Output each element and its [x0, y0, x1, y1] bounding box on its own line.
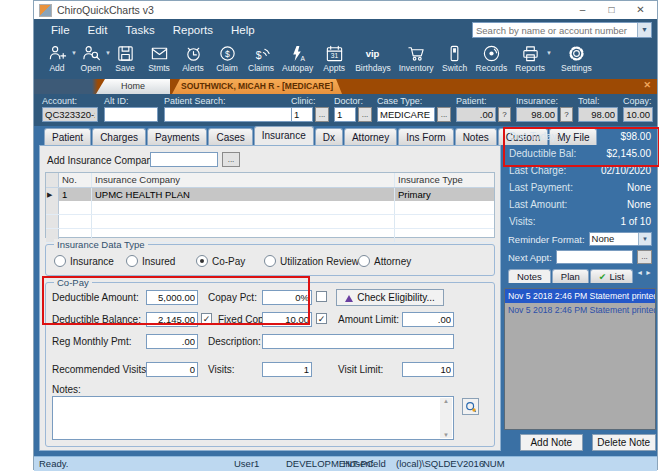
notes-history-button[interactable]: [462, 398, 479, 415]
close-button[interactable]: ✕: [626, 1, 655, 19]
case-type-label: Case Type:: [377, 96, 451, 107]
last-payment-row: Last Payment:None: [504, 179, 656, 196]
description-field[interactable]: [262, 334, 454, 349]
chevron-down-icon[interactable]: ▼: [637, 23, 651, 37]
toolbar-save-button[interactable]: Save: [108, 43, 142, 73]
toolbar-open-button[interactable]: Open ▼: [74, 43, 108, 73]
doctor-browse-button[interactable]: ...: [358, 107, 372, 122]
reg-monthly-pmt-field[interactable]: [146, 334, 198, 349]
document-tab-strip: Home SOUTHWICK, MICAH R - [MEDICARE] ✕: [34, 79, 657, 94]
toolbar-add-button[interactable]: Add ▼: [40, 43, 74, 73]
list-item[interactable]: Nov 5 2018 2:46 PM Statement printed.: [505, 289, 655, 303]
maximize-button[interactable]: □: [597, 1, 626, 19]
case-type-field[interactable]: [377, 107, 435, 122]
tab-cases[interactable]: Cases: [208, 128, 252, 145]
tab-payments[interactable]: Payments: [147, 128, 207, 145]
menu-reports[interactable]: Reports: [164, 24, 222, 36]
toolbar-records-button[interactable]: Records: [472, 43, 512, 73]
clinic-browse-button[interactable]: ...: [315, 107, 329, 122]
tab-scroll-arrows[interactable]: ◄►: [636, 269, 654, 276]
col-insurance-company[interactable]: Insurance Company: [92, 173, 395, 187]
amount-limit-field[interactable]: [402, 312, 454, 327]
recommended-visits-label: Recommended Visits:: [52, 364, 149, 375]
recommended-visits-field[interactable]: [146, 362, 198, 377]
tab-notes[interactable]: Notes: [455, 128, 497, 145]
menu-help[interactable]: Help: [222, 24, 264, 36]
tab-notes-right[interactable]: Notes: [508, 269, 551, 283]
reminder-format-select[interactable]: None ▼: [589, 232, 652, 246]
add-insurance-company-browse-button[interactable]: ...: [222, 152, 240, 167]
scroll-down-icon[interactable]: ▼: [443, 432, 449, 438]
insurance-balance-field[interactable]: [516, 107, 558, 122]
radio-attorney[interactable]: Attorney: [358, 255, 411, 267]
table-row[interactable]: ▶ 1 UPMC HEALTH PLAN Primary: [46, 188, 494, 201]
chevron-down-icon[interactable]: ▼: [638, 233, 651, 245]
case-type-browse-button[interactable]: ...: [437, 107, 451, 122]
add-note-button[interactable]: Add Note: [520, 434, 583, 451]
tab-insurance[interactable]: Insurance: [254, 126, 314, 145]
patient-search-field[interactable]: [164, 107, 294, 122]
tab-charges[interactable]: Charges: [92, 128, 146, 145]
dropdown-caret-icon[interactable]: ▼: [546, 50, 552, 56]
next-appt-field[interactable]: [556, 250, 633, 264]
toolbar-claim-button[interactable]: $ Claim: [210, 43, 244, 73]
fixed-copay-checkbox[interactable]: [316, 313, 327, 324]
notes-buttons: Add Note Delete Note: [504, 434, 656, 451]
doctor-field[interactable]: [334, 107, 356, 122]
visits-field[interactable]: [262, 362, 312, 377]
radio-insurance[interactable]: Insurance: [54, 255, 114, 267]
scroll-up-icon[interactable]: ▲: [443, 398, 449, 404]
menu-file[interactable]: File: [42, 24, 79, 36]
table-row-empty[interactable]: [46, 201, 494, 215]
insurance-balance-help-button[interactable]: ?: [560, 107, 573, 122]
tab-active-patient[interactable]: SOUTHWICK, MICAH R - [MEDICARE]: [172, 79, 342, 94]
total-balance-field[interactable]: [578, 107, 618, 122]
account-field[interactable]: [42, 107, 98, 122]
minimize-button[interactable]: –: [568, 1, 597, 19]
tab-ins-form[interactable]: Ins Form: [398, 128, 453, 145]
patient-balance-field[interactable]: [456, 107, 496, 122]
table-row-empty[interactable]: [46, 215, 494, 229]
toolbar-stmts-button[interactable]: Stmts: [142, 43, 176, 73]
toolbar-alerts-button[interactable]: Alerts: [176, 43, 210, 73]
check-eligibility-button[interactable]: Check Eligibility...: [336, 289, 444, 306]
menu-edit[interactable]: Edit: [79, 24, 117, 36]
toolbar-birthdays-button[interactable]: vip Birthdays: [351, 43, 394, 73]
tab-list[interactable]: ✔List: [590, 269, 633, 283]
add-insurance-company-field[interactable]: [150, 152, 218, 167]
close-tab-icon[interactable]: ✕: [643, 80, 651, 90]
toolbar-switch-button[interactable]: Switch: [438, 43, 472, 73]
alt-id-field[interactable]: [104, 107, 158, 122]
col-insurance-type[interactable]: Insurance Type: [395, 173, 494, 187]
app-window: ChiroQuickCharts v3 – □ ✕ File Edit Task…: [33, 0, 658, 470]
title-bar: ChiroQuickCharts v3 – □ ✕: [34, 1, 657, 19]
clinic-field[interactable]: [291, 107, 313, 122]
next-appt-browse-button[interactable]: ...: [637, 250, 652, 264]
notes-textarea[interactable]: ▲▼: [52, 396, 454, 440]
toolbar-reports-button[interactable]: Reports ▼: [511, 43, 549, 73]
list-item[interactable]: Nov 5 2018 2:46 PM Statement printed.: [505, 303, 655, 317]
copay-field[interactable]: [623, 107, 653, 122]
notes-scrollbar[interactable]: ▲▼: [440, 398, 452, 438]
tab-home[interactable]: Home: [96, 79, 170, 94]
tab-plan[interactable]: Plan: [552, 269, 589, 283]
radio-insured[interactable]: Insured: [126, 255, 175, 267]
col-no[interactable]: No.: [59, 173, 92, 187]
toolbar-appts-button[interactable]: 31 Appts: [317, 43, 351, 73]
tab-patient[interactable]: Patient: [44, 128, 91, 145]
radio-utilization-review[interactable]: Utilization Review: [264, 255, 359, 267]
toolbar-claims-button[interactable]: $ Claims: [244, 43, 278, 73]
toolbar-inventory-button[interactable]: Inventory: [395, 43, 438, 73]
tab-attorney[interactable]: Attorney: [344, 128, 397, 145]
delete-note-button[interactable]: Delete Note: [592, 434, 656, 451]
search-input[interactable]: [473, 23, 637, 37]
toolbar-autopay-button[interactable]: A Autopay: [278, 43, 317, 73]
patient-search-combo[interactable]: ▼: [472, 22, 652, 38]
menu-tasks[interactable]: Tasks: [116, 24, 163, 36]
radio-co-pay[interactable]: Co-Pay: [196, 255, 245, 267]
patient-balance-help-button[interactable]: ?: [498, 107, 511, 122]
copay-pct-checkbox[interactable]: [316, 291, 327, 302]
toolbar-settings-button[interactable]: Settings: [557, 43, 596, 73]
tab-dx[interactable]: Dx: [315, 128, 343, 145]
visit-limit-field[interactable]: [402, 362, 454, 377]
